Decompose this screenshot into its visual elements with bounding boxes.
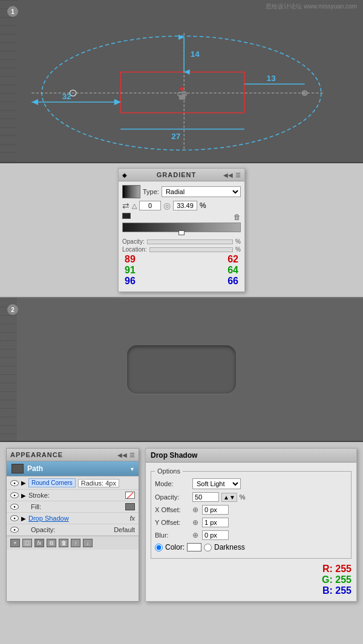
location-value[interactable] [173, 201, 197, 210]
x-offset-input[interactable] [202, 505, 229, 515]
expand-arrow-2[interactable]: ▶ [21, 492, 26, 499]
stroke-label: Stroke: [28, 492, 123, 499]
round-corners-item: ● ▶ Round Corners Radius: 4px [7, 476, 139, 490]
gradient-collapse-icon[interactable]: ◆ [122, 172, 127, 178]
round-corners-button[interactable]: Round Corners [28, 478, 76, 487]
opacity-item-value: Default [114, 526, 135, 533]
color-radio[interactable] [155, 544, 163, 551]
expand-arrow-3[interactable]: ▶ [21, 515, 26, 522]
mode-label: Mode: [155, 480, 190, 487]
eye-icon-2[interactable]: ● [10, 492, 19, 498]
angle-input[interactable] [139, 201, 161, 210]
x-offset-label: X Offset: [155, 506, 190, 513]
gradient-type-select[interactable]: Radial Linear [162, 186, 241, 197]
gradient-panel-body: Type: Radial Linear ⇄ △ ◎ % � [119, 181, 244, 291]
delete-stop-icon[interactable]: 🗑 [234, 213, 241, 221]
color-swatch-ds[interactable] [187, 543, 201, 551]
ds-opacity-label: Opacity: [155, 493, 190, 501]
gradient-bar-container: 🗑 [122, 213, 241, 232]
fill-label: Fill: [31, 503, 123, 510]
opacity-item: ● Opacity: Default [7, 524, 139, 536]
footer-move-down-icon[interactable]: ↓ [83, 539, 93, 547]
ds-r-value: R: 255 [322, 564, 352, 574]
gradient-panel-title: GRADIENT [157, 171, 196, 178]
blur-input[interactable] [202, 530, 229, 540]
color-row: Color: Darkness [155, 543, 347, 551]
left-g-value: 91 [125, 265, 136, 276]
ds-opacity-row: Opacity: ▲▼ % [155, 492, 347, 502]
opacity-item-label: Opacity: [31, 526, 111, 533]
options-legend: Options [155, 467, 183, 475]
ds-opacity-unit: % [240, 493, 246, 501]
canvas-drawing-1: 14 13 27 32 [0, 0, 363, 162]
type-label: Type: [143, 188, 159, 195]
x-offset-stepper-icon: ⊕ [192, 506, 198, 514]
appearance-pin-icon[interactable]: ◀◀ [117, 452, 127, 458]
right-g-value: 64 [227, 265, 238, 276]
location-slider[interactable] [149, 247, 234, 252]
gradient-panel-section: ◆ GRADIENT ◀◀ ☰ Type: Radial Linear ⇄ △ [0, 163, 363, 297]
gradient-stop-handle[interactable] [178, 230, 185, 235]
canvas-section-1: 1 14 13 27 [0, 0, 363, 163]
svg-text:14: 14 [191, 50, 200, 59]
footer-move-up-icon[interactable]: ↑ [71, 539, 80, 547]
fx-badge: fx [129, 515, 135, 522]
darkness-radio[interactable] [204, 544, 212, 551]
blur-label: Blur: [155, 532, 190, 539]
blur-row: Blur: ⊕ [155, 530, 347, 540]
drop-shadow-header: Drop Shadow [146, 449, 356, 463]
color-label: Color: [165, 543, 185, 551]
opacity-row: Opacity: % [122, 238, 241, 245]
drop-shadow-panel: Drop Shadow Options Mode: Soft Light Nor… [145, 448, 357, 602]
gradient-bar[interactable] [122, 223, 241, 232]
y-offset-row: Y Offset: ⊕ [155, 518, 347, 527]
fill-swatch[interactable] [125, 503, 135, 510]
stroke-item: ● ▶ Stroke: [7, 490, 139, 501]
gradient-panel-header: ◆ GRADIENT ◀◀ ☰ [119, 169, 244, 181]
footer-fx-icon[interactable]: fx [34, 539, 44, 547]
eye-icon-4[interactable]: ● [10, 515, 19, 521]
drop-shadow-link[interactable]: Drop Shadow [28, 515, 125, 522]
options-fieldset: Options Mode: Soft Light Normal Multiply… [151, 467, 352, 559]
appearance-header: APPEARANCE ◀◀ ☰ [7, 449, 139, 461]
panel-pin-icon[interactable]: ◀◀ [223, 172, 233, 178]
mode-select[interactable]: Soft Light Normal Multiply [192, 478, 241, 489]
gradient-bar-controls: 🗑 [122, 213, 241, 221]
y-offset-input[interactable] [202, 518, 229, 527]
opacity-label: Opacity: [122, 238, 145, 245]
ds-g-value: G: 255 [322, 574, 352, 585]
svg-marker-14 [31, 99, 38, 105]
stroke-swatch[interactable] [125, 492, 135, 499]
footer-copy-icon[interactable]: ⧉ [47, 539, 56, 547]
eye-icon-3[interactable]: ● [10, 504, 19, 510]
x-offset-row: X Offset: ⊕ [155, 505, 347, 515]
svg-marker-15 [114, 99, 120, 105]
eye-icon-5[interactable]: ● [10, 527, 19, 533]
drop-shadow-body: Options Mode: Soft Light Normal Multiply… [146, 463, 356, 601]
rgb-display-ds: R: 255 G: 255 B: 255 [151, 564, 352, 596]
reverse-icon[interactable]: ⇄ [122, 201, 129, 210]
step-label-2: 2 [7, 304, 18, 315]
ds-stepper[interactable]: ▲▼ [221, 493, 237, 502]
expand-arrow-1[interactable]: ▶ [21, 480, 26, 486]
appearance-title: APPEARANCE [10, 451, 63, 458]
radius-value: Radius: 4px [78, 479, 119, 487]
eye-icon-1[interactable]: ● [10, 480, 19, 486]
gradient-panel: ◆ GRADIENT ◀◀ ☰ Type: Radial Linear ⇄ △ [118, 168, 245, 292]
appearance-menu-icon[interactable]: ☰ [129, 452, 135, 458]
ds-opacity-input[interactable] [192, 492, 219, 502]
fill-item: ● Fill: [7, 501, 139, 513]
gradient-swatch[interactable] [122, 185, 140, 198]
footer-delete-icon[interactable]: 🗑 [59, 539, 68, 547]
path-arrow-icon: ▾ [131, 466, 134, 472]
ds-b-value: B: 255 [322, 585, 352, 596]
svg-text:27: 27 [171, 132, 180, 141]
panel-menu-icon[interactable]: ☰ [235, 172, 241, 178]
grid-ruler-2 [0, 298, 17, 441]
appearance-body: Path ▾ ● ▶ Round Corners Radius: 4px ● ▶… [7, 461, 139, 536]
footer-add-icon[interactable]: + [10, 539, 20, 547]
angle-icon: △ [132, 202, 137, 210]
location-row: Location: % [122, 246, 241, 253]
rounded-rect-demo [127, 345, 236, 394]
opacity-slider[interactable] [147, 239, 233, 244]
